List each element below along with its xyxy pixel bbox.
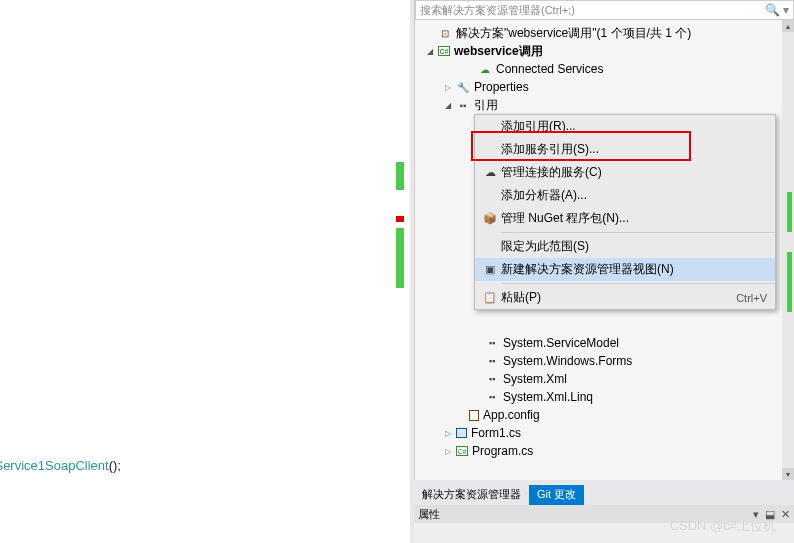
reference-item[interactable]: ▪▪ System.Xml [415,370,794,388]
dll-icon: ▪▪ [485,354,499,368]
dll-icon: ▪▪ [485,372,499,386]
program-node[interactable]: C# Program.cs [415,442,794,460]
change-marker [396,228,404,288]
expander-icon[interactable] [443,100,453,110]
nuget-icon: 📦 [479,212,501,225]
form-icon [456,428,467,438]
dll-icon: ▪▪ [485,390,499,404]
project-node[interactable]: C# webservice调用 [415,42,794,60]
solution-label: 解决方案"webservice调用"(1 个项目/共 1 个) [456,25,691,42]
reference-item[interactable]: ▪▪ System.ServiceModel [415,334,794,352]
reference-item[interactable]: ▪▪ System.Windows.Forms [415,352,794,370]
menu-separator [501,283,775,284]
references-subtree[interactable]: ▪▪ System.ServiceModel ▪▪ System.Windows… [415,330,794,460]
csproj-icon: C# [438,46,450,56]
overview-marker [787,252,792,312]
close-icon[interactable]: ✕ [781,508,790,521]
program-label: Program.cs [472,444,533,458]
config-icon [469,410,479,421]
references-node[interactable]: ▪▪ 引用 [415,96,794,114]
csfile-icon: C# [456,446,468,456]
search-icon[interactable]: 🔍 ▾ [765,3,789,17]
menu-add-reference[interactable]: 添加引用(R)... [475,115,775,138]
error-marker [396,216,404,222]
watermark: CSDN @c#上位机 [670,517,776,535]
menu-add-service-reference[interactable]: 添加服务引用(S)... [475,138,775,161]
ref-label: System.ServiceModel [503,336,619,350]
project-name: webservice调用 [454,43,543,60]
panel-tabs: 解决方案资源管理器 Git 更改 [414,485,794,505]
solution-tree[interactable]: ⊡ 解决方案"webservice调用"(1 个项目/共 1 个) C# web… [415,20,794,114]
properties-label: Properties [474,80,529,94]
context-menu: 添加引用(R)... 添加服务引用(S)... ☁ 管理连接的服务(C) 添加分… [474,114,776,310]
menu-paste[interactable]: 📋 粘贴(P) Ctrl+V [475,286,775,309]
search-placeholder-text: 搜索解决方案资源管理器(Ctrl+;) [420,3,575,18]
expander-icon[interactable] [443,446,453,456]
wrench-icon: 🔧 [456,80,470,94]
search-input[interactable]: 搜索解决方案资源管理器(Ctrl+;) 🔍 ▾ [415,0,794,20]
references-label: 引用 [474,97,498,114]
shortcut-label: Ctrl+V [736,292,767,304]
window-icon: ▣ [479,263,501,276]
connected-services-label: Connected Services [496,62,603,76]
properties-title: 属性 [418,507,440,522]
scrollbar-up-icon[interactable]: ▲ [782,20,794,32]
appconfig-label: App.config [483,408,540,422]
ref-label: System.Windows.Forms [503,354,632,368]
form1-node[interactable]: Form1.cs [415,424,794,442]
tab-git-changes[interactable]: Git 更改 [529,485,584,505]
paste-icon: 📋 [479,291,501,304]
references-icon: ▪▪ [456,98,470,112]
scrollbar-vertical[interactable]: ▲ ▼ [782,20,794,480]
code-editor[interactable]: ebService1SoapClient(); [0,0,410,543]
solution-icon: ⊡ [438,26,452,40]
reference-item[interactable]: ▪▪ System.Xml.Linq [415,388,794,406]
tab-solution-explorer[interactable]: 解决方案资源管理器 [414,485,529,505]
cloud-icon: ☁ [478,62,492,76]
ref-label: System.Xml.Linq [503,390,593,404]
form1-label: Form1.cs [471,426,521,440]
menu-manage-connected[interactable]: ☁ 管理连接的服务(C) [475,161,775,184]
scrollbar-down-icon[interactable]: ▼ [782,468,794,480]
expander-icon[interactable] [425,46,435,56]
menu-new-view[interactable]: ▣ 新建解决方案资源管理器视图(N) [475,258,775,281]
properties-node[interactable]: 🔧 Properties [415,78,794,96]
solution-node[interactable]: ⊡ 解决方案"webservice调用"(1 个项目/共 1 个) [415,24,794,42]
menu-manage-nuget[interactable]: 📦 管理 NuGet 程序包(N)... [475,207,775,230]
connected-services-node[interactable]: ☁ Connected Services [415,60,794,78]
code-line: ebService1SoapClient(); [0,458,121,473]
expander-icon[interactable] [443,428,453,438]
menu-add-analyzer[interactable]: 添加分析器(A)... [475,184,775,207]
ref-label: System.Xml [503,372,567,386]
class-name: ebService1SoapClient [0,458,109,473]
overview-marker [787,192,792,232]
appconfig-node[interactable]: App.config [415,406,794,424]
cloud-icon: ☁ [479,166,501,179]
expander-icon[interactable] [443,82,453,92]
menu-scope[interactable]: 限定为此范围(S) [475,235,775,258]
change-marker [396,162,404,190]
dll-icon: ▪▪ [485,336,499,350]
menu-separator [501,232,775,233]
